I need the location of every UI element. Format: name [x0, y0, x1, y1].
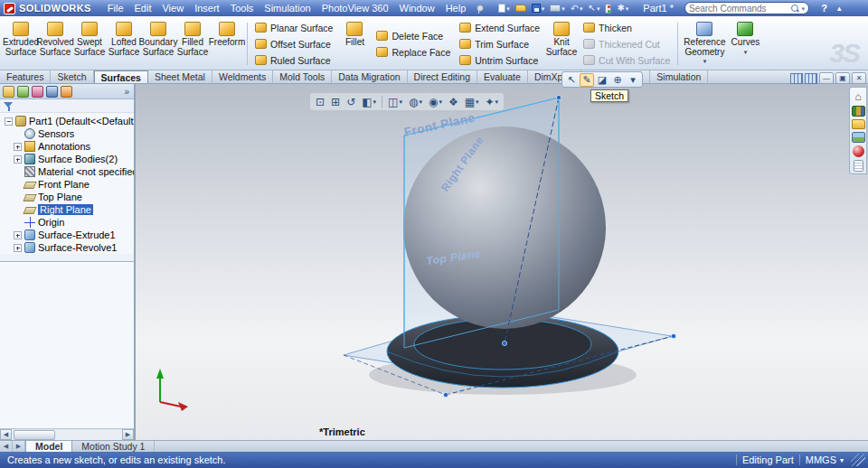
view-palette-icon[interactable]: [852, 132, 865, 143]
tree-item-surface-bodies[interactable]: Surface Bodies(2): [2, 153, 134, 165]
toolbar-grid-icon-2[interactable]: [805, 73, 817, 84]
thicken-button[interactable]: Thicken: [579, 20, 675, 36]
replace-face-button[interactable]: Replace Face: [372, 44, 455, 61]
reference-geometry-button[interactable]: Reference Geometry ▾: [681, 18, 728, 70]
tree-item-surface-extrude1[interactable]: Surface-Extrude1: [2, 229, 134, 241]
display-style-icon[interactable]: ◍▾: [406, 95, 425, 109]
tree-item-front-plane[interactable]: Front Plane: [2, 178, 134, 191]
search-icon[interactable]: [791, 5, 799, 13]
menu-insert[interactable]: Insert: [189, 2, 225, 14]
menu-tools[interactable]: Tools: [225, 2, 259, 14]
new-dropdown-icon[interactable]: ▾: [506, 5, 510, 12]
view-settings-icon[interactable]: ✦▾: [483, 95, 502, 109]
sketch-icon[interactable]: ✎: [580, 73, 594, 87]
tree-item-material[interactable]: Material <not specified>: [2, 165, 134, 178]
propertymanager-tab-icon[interactable]: [17, 86, 29, 98]
toolbar-grid-icon-1[interactable]: [790, 73, 803, 84]
vertex-point[interactable]: [443, 392, 448, 397]
curves-button[interactable]: Curves ▾: [728, 18, 762, 70]
scrollbar-thumb[interactable]: [14, 430, 55, 440]
fillet-button[interactable]: Fillet: [337, 18, 372, 70]
hide-show-items-icon[interactable]: ◉▾: [426, 95, 445, 109]
tree-item-annotations[interactable]: Annotations: [2, 140, 134, 153]
panel-overflow-icon[interactable]: »: [124, 87, 131, 97]
freeform-button[interactable]: Freeform: [210, 18, 244, 70]
save-dropdown-icon[interactable]: ▾: [542, 5, 545, 12]
displaymanager-tab-icon[interactable]: [61, 86, 72, 98]
tree-item-origin[interactable]: Origin: [2, 216, 134, 229]
tab-data-migration[interactable]: Data Migration: [332, 70, 407, 83]
expand-minus-icon[interactable]: [5, 117, 13, 126]
tab-simulation[interactable]: Simulation: [650, 70, 708, 83]
curves-dropdown-icon[interactable]: ▾: [744, 49, 748, 55]
rebuild-button[interactable]: [603, 2, 613, 15]
extruded-surface-button[interactable]: Extruded Surface: [4, 18, 38, 70]
undo-dropdown-icon[interactable]: ▾: [580, 5, 583, 12]
panel-horizontal-scrollbar[interactable]: ◀ ▶: [0, 428, 134, 440]
previous-view-icon[interactable]: ↺: [344, 95, 358, 109]
save-button[interactable]: ▾: [530, 2, 547, 15]
tab-scroll-left-icon[interactable]: ◀: [0, 441, 13, 452]
tab-features[interactable]: Features: [0, 70, 51, 83]
appearances-scenes-icon[interactable]: [853, 145, 864, 157]
menu-photoview-360[interactable]: PhotoView 360: [316, 2, 394, 14]
close-icon[interactable]: ✕: [852, 72, 866, 84]
tab-mold-tools[interactable]: Mold Tools: [273, 70, 332, 83]
menu-window[interactable]: Window: [394, 2, 440, 14]
print-dropdown-icon[interactable]: ▾: [561, 5, 565, 12]
help-icon[interactable]: ?: [818, 3, 830, 14]
restore-icon[interactable]: ▣: [835, 72, 850, 84]
tree-item-part[interactable]: Part1 (Default<<Default>_Displa: [2, 115, 134, 127]
offset-surface-button[interactable]: Offset Surface: [250, 36, 337, 52]
tab-motion-study-1[interactable]: Motion Study 1: [72, 441, 155, 452]
units-dropdown-icon[interactable]: ▾: [840, 456, 844, 464]
search-input[interactable]: [689, 4, 789, 14]
reference-geometry-dropdown-icon[interactable]: ▾: [703, 58, 707, 64]
lofted-surface-button[interactable]: Lofted Surface: [107, 18, 141, 70]
section-view-icon[interactable]: ◧▾: [359, 95, 379, 109]
boundary-surface-button[interactable]: Boundary Surface: [141, 18, 175, 70]
menu-simulation[interactable]: Simulation: [259, 2, 316, 14]
menu-help[interactable]: Help: [440, 2, 472, 14]
sketch-plane-icon[interactable]: ◪: [595, 73, 609, 87]
menu-edit[interactable]: Edit: [129, 2, 157, 14]
print-button[interactable]: ▾: [548, 2, 567, 15]
view-orientation-icon[interactable]: ◫▾: [385, 95, 405, 109]
extend-surface-button[interactable]: Extend Surface: [455, 20, 544, 36]
vertex-point[interactable]: [671, 333, 675, 338]
new-document-button[interactable]: ▾: [496, 2, 512, 15]
expand-plus-icon[interactable]: [14, 143, 22, 151]
graphics-area[interactable]: Front Plane Right Plane Top Plane ⊡ ⊞ ↺ …: [136, 84, 868, 440]
resize-grip[interactable]: [851, 454, 865, 466]
configurationmanager-tab-icon[interactable]: [32, 86, 43, 98]
file-explorer-icon[interactable]: [852, 119, 865, 129]
collapse-ribbon-icon[interactable]: ▴: [837, 4, 842, 13]
filter-funnel-icon[interactable]: [4, 101, 14, 111]
apply-scene-icon[interactable]: ▦▾: [462, 95, 482, 109]
minimize-icon[interactable]: —: [819, 72, 834, 84]
knit-surface-button[interactable]: Knit Surface: [544, 18, 579, 70]
expand-plus-icon[interactable]: [14, 244, 22, 252]
undo-button[interactable]: ↶▾: [569, 2, 585, 15]
tree-item-top-plane[interactable]: Top Plane: [2, 191, 134, 203]
units-label[interactable]: MMGS: [806, 454, 836, 465]
solidworks-resources-icon[interactable]: ⌂: [852, 89, 865, 103]
options-dropdown-icon[interactable]: ▾: [626, 5, 629, 12]
tab-direct-editing[interactable]: Direct Editing: [408, 70, 477, 83]
scrollbar-track[interactable]: [12, 430, 122, 440]
expand-plus-icon[interactable]: [14, 231, 22, 239]
vertex-point[interactable]: [556, 95, 561, 99]
tab-model[interactable]: Model: [25, 441, 72, 452]
tree-item-sensors[interactable]: Sensors: [2, 127, 134, 140]
tab-sheet-metal[interactable]: Sheet Metal: [148, 70, 212, 83]
trim-surface-button[interactable]: Trim Surface: [455, 36, 544, 52]
edit-appearance-icon[interactable]: ❖: [446, 95, 461, 109]
custom-properties-icon[interactable]: [854, 160, 863, 172]
menu-file[interactable]: File: [102, 2, 129, 14]
planar-surface-button[interactable]: Planar Surface: [250, 20, 337, 36]
design-library-icon[interactable]: [852, 106, 865, 117]
delete-face-button[interactable]: Delete Face: [372, 28, 455, 44]
select-button[interactable]: ↖▾: [587, 2, 602, 15]
vertex-point[interactable]: [502, 341, 506, 345]
filled-surface-button[interactable]: Filled Surface: [175, 18, 210, 70]
